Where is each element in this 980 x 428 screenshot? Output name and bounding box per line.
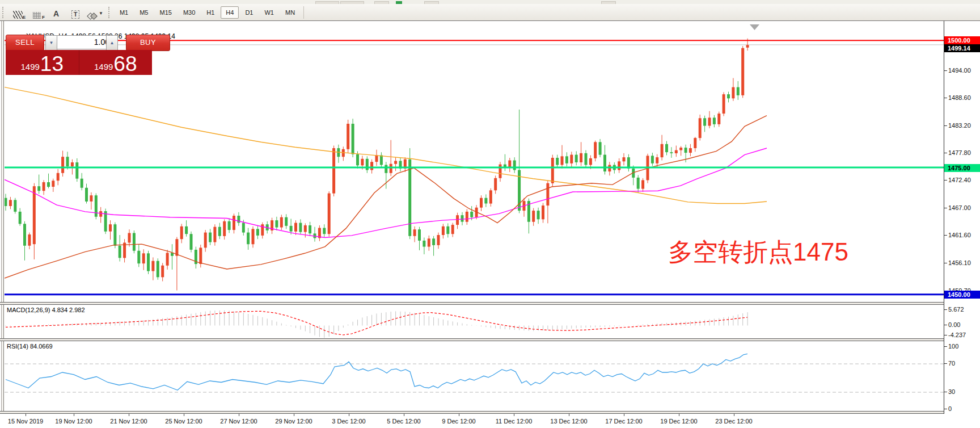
price-axis-label: 1494.00 [948,67,971,74]
buy-price[interactable]: 1499 68 [79,50,153,75]
tf-button-M5[interactable]: M5 [134,6,153,19]
buy-price-stem: 1499 [94,62,113,71]
time-axis-tick [624,414,624,416]
hatch-chart-icon [13,11,23,19]
volume-decrease-button[interactable]: ▼ [45,35,57,51]
one-click-trading-panel: SELL ▼ 1.00 ▲ BUY 1499 13 1499 68 [6,35,170,95]
time-axis-label: 3 Dec 12:00 [332,418,365,425]
time-axis-tick [514,414,514,416]
time-axis-label: 23 Dec 12:00 [715,418,752,425]
time-axis-tick [184,414,184,416]
toolbar-grip[interactable] [108,7,112,18]
price-level-badge: 1475.00 [944,164,980,172]
label-tool-icon: T [71,10,80,19]
indicator-axis-label: 70 [948,360,955,367]
price-axis-label: 1461.60 [948,232,971,239]
grid-icon [33,12,41,19]
time-axis-label: 19 Nov 12:00 [55,418,92,425]
toolbar-separator [303,6,304,19]
time-axis-label: 11 Dec 12:00 [496,418,533,425]
time-axis-tick [459,414,459,416]
text-tool-icon: A [53,9,59,19]
time-axis-tick [294,414,294,416]
tf-button-M1[interactable]: M1 [115,6,133,19]
time-axis-label: 5 Dec 12:00 [387,418,420,425]
price-axis-label: 1456.10 [948,259,971,267]
indicator-axis-label: -4.237 [948,332,966,339]
main-toolbar: E F A T ▼ M1M5M15M30H1H4D1W1MN [0,4,980,21]
chart-style-icon[interactable]: E [9,5,27,20]
chevron-down-icon: ▼ [99,9,103,19]
macd-panel[interactable] [5,305,944,338]
rsi-panel[interactable] [5,341,944,411]
time-axis-tick [734,414,734,416]
time-axis-label: 9 Dec 12:00 [442,418,475,425]
sell-price-stem: 1499 [20,62,39,71]
time-axis-label: 25 Nov 12:00 [165,418,202,425]
time-axis-tick [74,414,74,416]
buy-price-pips: 68 [113,54,137,73]
timeframe-button-group: M1M5M15M30H1H4D1W1MN [114,6,301,19]
sell-price[interactable]: 1499 13 [6,50,79,75]
chart-window[interactable]: ▲XAUUSD-,H4 1498.56 1500.36 1498.05 1499… [0,20,980,428]
time-axis[interactable]: 15 Nov 201919 Nov 12:0021 Nov 12:0025 No… [0,414,980,428]
price-axis-label: 1472.40 [948,177,971,184]
window-frame-left [0,21,5,428]
time-axis-tick [679,414,679,416]
chart-annotation-text: 多空转折点1475 [668,236,848,269]
price-level-badge: 1500.00 [944,36,980,44]
bid-ask-price-display: 1499 13 1499 68 [6,50,152,75]
indicator-axis-label: 100 [948,343,958,350]
indicator-axis-label: 0 [948,405,952,413]
text-tool-button[interactable]: A [47,5,65,20]
price-level-badge: 1450.00 [944,291,980,299]
label-tool-button[interactable]: T [66,5,85,20]
time-axis-tick [26,414,26,416]
sell-price-pips: 13 [40,54,64,73]
tf-button-MN[interactable]: MN [280,6,300,19]
toolbar-grip[interactable] [2,7,6,18]
volume-increase-button[interactable]: ▲ [106,35,118,51]
time-axis-tick [349,414,349,416]
time-axis-label: 17 Dec 12:00 [605,418,642,425]
grid-tool-icon[interactable]: F [28,5,46,20]
time-axis-tick [404,414,404,416]
rsi-label: RSI(14) 84.0669 [7,343,53,350]
tf-button-W1[interactable]: W1 [259,6,279,19]
tf-button-M15[interactable]: M15 [154,6,176,19]
price-axis-label: 1477.80 [948,149,971,157]
objects-dropdown-button[interactable]: ▼ [86,5,105,20]
sub-f-label: F [42,15,45,20]
time-axis-label: 19 Dec 12:00 [660,418,697,425]
time-axis-tick [129,414,129,416]
price-axis-label: 1467.00 [948,204,971,212]
buy-button[interactable]: BUY [126,35,170,51]
indicator-axis-label: 30 [948,388,955,396]
price-axis-label: 1488.60 [948,94,971,102]
sell-button[interactable]: SELL [6,35,44,51]
mt4-terminal: E F A T ▼ M1M5M15M30H1H4D1W1MN ▲XAUUSD-,… [0,0,980,428]
time-axis-label: 13 Dec 12:00 [550,418,587,425]
tf-button-H1[interactable]: H1 [201,6,219,19]
tf-button-D1[interactable]: D1 [240,6,258,19]
time-axis-label: 15 Nov 2019 [8,418,43,425]
tf-button-H4[interactable]: H4 [221,6,239,19]
time-axis-label: 27 Nov 12:00 [220,418,257,425]
indicator-axis-label: 5.672 [948,306,964,313]
indicator-axis-label: 0.00 [948,321,960,329]
time-axis-label: 21 Nov 12:00 [110,418,147,425]
macd-label: MACD(12,26,9) 4.834 2.982 [7,307,85,313]
sub-e-label: E [23,15,26,20]
volume-input[interactable]: 1.00 [57,35,113,49]
time-axis-label: 29 Nov 12:00 [275,418,312,425]
time-axis-tick [569,414,569,416]
time-axis-tick [239,414,239,416]
price-axis-label: 1483.20 [948,122,971,129]
tf-button-M30[interactable]: M30 [178,6,200,19]
price-level-badge: 1499.14 [944,44,980,52]
price-axis[interactable]: 1494.001488.601483.201477.801472.401467.… [944,21,980,414]
